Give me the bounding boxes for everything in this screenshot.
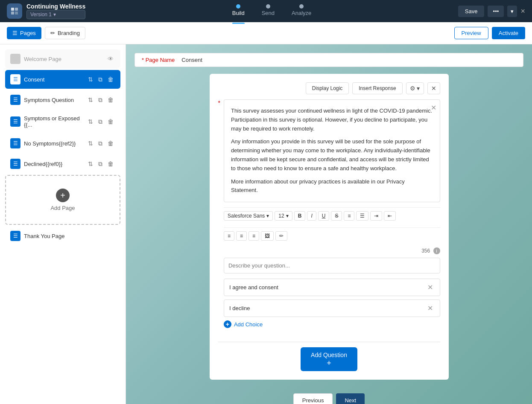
welcome-page-icon: ☰: [10, 54, 20, 64]
add-page-area[interactable]: + Add Page: [5, 175, 120, 225]
choice-decline: I decline ✕: [224, 299, 440, 317]
underline-button[interactable]: U: [318, 211, 330, 221]
strikethrough-button[interactable]: S: [331, 211, 342, 221]
exposed-delete-button[interactable]: 🗑: [106, 117, 115, 126]
choice-agree-remove[interactable]: ✕: [426, 283, 435, 291]
consent-delete-button[interactable]: 🗑: [106, 75, 115, 84]
body-paragraph-1: This survey assesses your continued well…: [231, 107, 433, 133]
nosymptoms-delete-button[interactable]: 🗑: [106, 139, 115, 148]
question-content-row: * ✕ This survey assesses your continued …: [218, 99, 440, 337]
bold-button[interactable]: B: [294, 211, 306, 221]
next-button[interactable]: Next: [336, 393, 365, 404]
sidebar-item-exposed[interactable]: ☰ Symptoms or Exposed {{... ⇅ ⧉ 🗑: [5, 111, 120, 132]
exposed-move-button[interactable]: ⇅: [86, 117, 95, 126]
page-navigation: Previous Next: [134, 393, 523, 404]
image-button[interactable]: 🖼: [261, 231, 274, 241]
sidebar-item-nosymptoms[interactable]: ☰ No Symptoms{{ref2}} ⇅ ⧉ 🗑: [5, 134, 120, 153]
version-chevron: ▾: [53, 12, 56, 17]
previous-button[interactable]: Previous: [293, 393, 333, 404]
question-body[interactable]: ✕ This survey assesses your continued we…: [224, 99, 440, 202]
analyze-label: Analyze: [292, 10, 311, 16]
choice-agree: I agree and consent ✕: [224, 279, 440, 296]
nosymptoms-copy-button[interactable]: ⧉: [96, 139, 104, 148]
consent-actions: ⇅ ⧉ 🗑: [86, 75, 115, 84]
choice-decline-remove[interactable]: ✕: [426, 304, 435, 312]
font-size-chevron: ▾: [286, 213, 289, 219]
preview-button[interactable]: Preview: [454, 27, 488, 39]
settings-button[interactable]: ⚙ ▾: [406, 82, 424, 94]
welcome-eye-button[interactable]: 👁: [106, 55, 115, 63]
insert-response-button[interactable]: Insert Response: [352, 82, 402, 94]
symptoms-actions: ⇅ ⧉ 🗑: [86, 96, 115, 105]
align-right-button[interactable]: ≡: [248, 231, 259, 241]
list-button[interactable]: ☰: [356, 211, 368, 221]
sidebar-item-consent[interactable]: ☰ Consent ⇅ ⧉ 🗑: [5, 70, 120, 89]
sidebar-item-welcome[interactable]: ☰ Welcome Page 👁: [5, 49, 120, 68]
symptoms-move-button[interactable]: ⇅: [86, 96, 95, 105]
add-question-button[interactable]: Add Question +: [301, 347, 357, 371]
char-count-info[interactable]: i: [433, 247, 440, 254]
sidebar-item-declined[interactable]: ☰ Declined{{ref0}} ⇅ ⧉ 🗑: [5, 154, 120, 173]
svg-rect-1: [15, 8, 18, 11]
thankyou-icon: ☰: [10, 231, 20, 241]
tab-build[interactable]: Build: [232, 4, 245, 18]
font-size-selector[interactable]: 12 ▾: [275, 211, 292, 221]
outdent-button[interactable]: ⇤: [384, 211, 396, 221]
align-left-button[interactable]: ≡: [224, 231, 234, 241]
consent-copy-button[interactable]: ⧉: [96, 75, 104, 84]
italic-button[interactable]: I: [307, 211, 316, 221]
symptoms-delete-button[interactable]: 🗑: [106, 96, 115, 105]
add-page-label: Add Page: [50, 205, 75, 211]
close-body-button[interactable]: ✕: [431, 102, 436, 113]
question-toolbar: Display Logic Insert Response ⚙ ▾ ✕: [218, 82, 440, 94]
align-button[interactable]: ≡: [344, 211, 354, 221]
align-center-button[interactable]: ≡: [236, 231, 247, 241]
declined-label: Declined{{ref0}}: [24, 161, 86, 167]
toolbar-right: Preview Activate: [454, 27, 526, 39]
build-label: Build: [232, 10, 245, 16]
sidebar-item-thankyou[interactable]: ☰ Thank You Page: [5, 227, 120, 245]
sidebar-item-symptoms[interactable]: ☰ Symptoms Question ⇅ ⧉ 🗑: [5, 90, 120, 109]
font-family-chevron: ▾: [266, 213, 269, 219]
nosymptoms-move-button[interactable]: ⇅: [86, 139, 95, 148]
display-logic-button[interactable]: Display Logic: [306, 82, 349, 94]
text-format-toolbar: Salesforce Sans ▾ 12 ▾ B I U S ≡ ☰: [224, 207, 440, 224]
clear-format-button[interactable]: ✏: [275, 231, 287, 241]
build-dot: [236, 4, 240, 9]
add-choice-label: Add Choice: [234, 321, 263, 328]
char-count: 356 i: [224, 247, 440, 254]
declined-copy-button[interactable]: ⧉: [96, 160, 104, 169]
indent-button[interactable]: ⇥: [370, 211, 382, 221]
add-choice-button[interactable]: + Add Choice: [224, 320, 440, 328]
pages-label: Pages: [20, 30, 36, 36]
pages-icon: ☰: [12, 30, 18, 36]
question-description-input[interactable]: [224, 258, 440, 273]
dropdown-button[interactable]: ▾: [507, 6, 517, 17]
svg-rect-2: [11, 12, 14, 15]
sidebar: ☰ Welcome Page 👁 ☰ Consent ⇅ ⧉ 🗑 ☰ Sympt…: [0, 44, 126, 404]
top-navigation: Continuing Wellness Version 1 ▾ Build Se…: [0, 0, 532, 22]
page-name-input[interactable]: [181, 57, 516, 63]
version-selector[interactable]: Version 1 ▾: [26, 10, 85, 19]
app-title: Continuing Wellness: [26, 3, 85, 10]
font-family-selector[interactable]: Salesforce Sans ▾: [224, 211, 273, 221]
branding-button[interactable]: ✏ Branding: [45, 27, 85, 39]
close-button[interactable]: ×: [520, 7, 525, 16]
activate-button[interactable]: Activate: [492, 27, 525, 39]
consent-move-button[interactable]: ⇅: [86, 75, 95, 84]
declined-move-button[interactable]: ⇅: [86, 160, 95, 169]
exposed-copy-button[interactable]: ⧉: [96, 117, 104, 126]
char-count-value: 356: [421, 248, 430, 254]
pages-button[interactable]: ☰ Pages: [7, 27, 41, 39]
delete-question-button[interactable]: ✕: [427, 82, 440, 94]
tab-analyze[interactable]: Analyze: [292, 4, 311, 18]
text-format-toolbar-2: ≡ ≡ ≡ 🖼 ✏: [224, 227, 440, 244]
exposed-icon: ☰: [10, 116, 20, 127]
save-button[interactable]: Save: [458, 6, 485, 17]
declined-delete-button[interactable]: 🗑: [106, 160, 115, 169]
more-options-button[interactable]: •••: [488, 6, 504, 17]
tab-send[interactable]: Send: [262, 4, 275, 18]
symptoms-copy-button[interactable]: ⧉: [96, 96, 104, 105]
app-info: Continuing Wellness Version 1 ▾: [7, 3, 85, 19]
font-family-label: Salesforce Sans: [228, 213, 265, 219]
